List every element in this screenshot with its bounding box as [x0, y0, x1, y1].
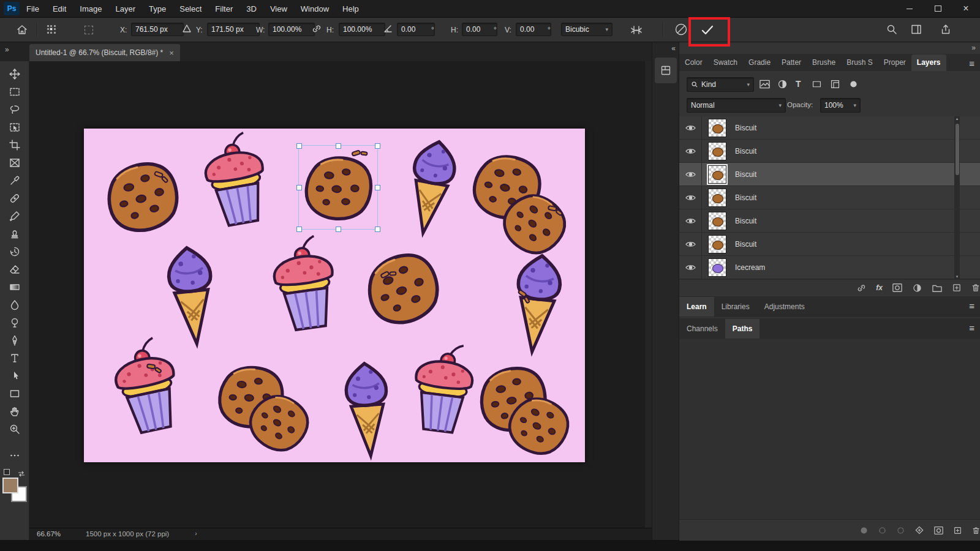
layer-name[interactable]: Biscuit — [735, 124, 756, 132]
tab-paths[interactable]: Paths — [725, 319, 760, 339]
layer-name[interactable]: Biscuit — [735, 170, 756, 179]
rectangle-tool[interactable] — [4, 384, 25, 402]
clone-stamp-tool[interactable] — [4, 225, 25, 242]
layer-thumbnail[interactable] — [708, 258, 726, 277]
cancel-transform-icon[interactable] — [674, 22, 688, 39]
eyedropper-tool[interactable] — [4, 171, 25, 189]
visibility-toggle[interactable] — [679, 163, 702, 186]
layer-thumbnail[interactable] — [708, 142, 726, 160]
layer-name[interactable]: Biscuit — [735, 217, 756, 225]
layer-name[interactable]: Biscuit — [735, 240, 756, 249]
edit-toolbar-icon[interactable] — [4, 446, 25, 464]
status-chevron-icon[interactable]: › — [195, 530, 197, 537]
transform-handle[interactable] — [375, 143, 380, 149]
horizontal-type-tool[interactable] — [4, 349, 25, 367]
x-input[interactable]: 761.50 px — [131, 23, 184, 36]
history-brush-tool[interactable] — [4, 242, 25, 260]
stroke-path-icon[interactable] — [878, 526, 887, 535]
layer-thumbnail[interactable] — [708, 235, 726, 253]
restore-button[interactable] — [924, 0, 952, 17]
layer-thumbnail[interactable] — [708, 212, 726, 230]
share-icon[interactable] — [940, 23, 952, 38]
tab-brushes[interactable]: Brushe — [807, 54, 841, 71]
tab-swatches[interactable]: Swatch — [708, 54, 743, 71]
warp-mode-icon[interactable] — [630, 23, 643, 39]
tab-color[interactable]: Color — [679, 54, 708, 71]
crop-tool[interactable] — [4, 136, 25, 154]
transform-handle[interactable] — [375, 185, 380, 190]
layer-name[interactable]: Biscuit — [735, 147, 756, 156]
panel-collapse-icon[interactable]: « — [671, 44, 676, 53]
h-input[interactable]: 100.00% — [339, 23, 385, 36]
transform-handle[interactable] — [296, 227, 302, 232]
tab-libraries[interactable]: Libraries — [714, 297, 757, 317]
commit-transform-icon[interactable] — [699, 22, 715, 40]
lasso-tool[interactable] — [4, 100, 25, 118]
layer-row[interactable]: Biscuit — [679, 209, 980, 233]
layer-name[interactable]: Biscuit — [735, 193, 756, 202]
panel-menu-icon[interactable]: ≡ — [969, 301, 974, 313]
menu-edit[interactable]: Edit — [46, 0, 73, 17]
toggle-reference-icon[interactable] — [85, 26, 93, 34]
filter-pixel-layers-icon[interactable] — [759, 79, 771, 89]
vskew-input[interactable]: 0.00 — [516, 23, 551, 36]
delete-layer-icon[interactable] — [971, 283, 980, 293]
home-icon[interactable] — [16, 23, 28, 38]
layer-effects-icon[interactable]: fx — [876, 283, 883, 292]
new-layer-icon[interactable] — [952, 283, 962, 293]
document-vertical-scrollbar[interactable] — [645, 61, 652, 528]
layer-row[interactable]: Biscuit — [679, 140, 980, 163]
pen-tool[interactable] — [4, 331, 25, 349]
layer-thumbnail[interactable] — [708, 119, 726, 137]
new-group-icon[interactable] — [932, 283, 943, 293]
layer-filter-kind-select[interactable]: Kind▾ — [687, 77, 754, 92]
tab-adjustments[interactable]: Adjustments — [757, 297, 812, 317]
layer-row[interactable]: Icecream — [679, 256, 980, 279]
y-input[interactable]: 171.50 px — [207, 23, 260, 36]
foreground-color-swatch[interactable] — [2, 478, 18, 493]
transform-handle[interactable] — [336, 143, 341, 149]
filter-adjustment-layers-icon[interactable] — [777, 79, 788, 89]
layer-row[interactable]: Biscuit — [679, 186, 980, 209]
layer-thumbnail[interactable] — [708, 189, 726, 207]
path-as-selection-icon[interactable] — [896, 526, 905, 535]
layer-name[interactable]: Icecream — [735, 263, 765, 272]
menu-filter[interactable]: Filter — [208, 0, 239, 17]
panel-menu-icon[interactable]: ≡ — [969, 58, 974, 71]
blur-tool[interactable] — [4, 296, 25, 313]
selection-to-path-icon[interactable] — [914, 525, 924, 535]
frame-tool[interactable] — [4, 154, 25, 171]
visibility-toggle[interactable] — [679, 186, 702, 209]
filter-toggle-icon[interactable] — [848, 79, 859, 89]
fill-path-icon[interactable] — [859, 526, 869, 535]
tab-gradients[interactable]: Gradie — [743, 54, 776, 71]
tab-properties[interactable]: Proper — [878, 54, 911, 71]
menu-3d[interactable]: 3D — [239, 0, 263, 17]
document-canvas-area[interactable] — [29, 61, 652, 528]
filter-shape-layers-icon[interactable] — [812, 79, 822, 89]
filter-type-layers-icon[interactable]: T — [796, 79, 801, 89]
transform-selection-box[interactable] — [298, 145, 378, 230]
transform-handle[interactable] — [296, 185, 302, 190]
opacity-input[interactable]: 100%▾ — [820, 98, 861, 113]
transform-handle[interactable] — [375, 227, 380, 232]
object-selection-tool[interactable] — [4, 118, 25, 136]
document-tab[interactable]: Untitled-1 @ 66.7% (Biscuit, RGB/8#) * × — [29, 44, 180, 61]
search-icon[interactable] — [886, 23, 898, 38]
transform-handle[interactable] — [336, 227, 341, 232]
zoom-tool[interactable] — [4, 420, 25, 438]
panel-menu-icon[interactable]: ≡ — [969, 323, 974, 335]
menu-select[interactable]: Select — [173, 0, 208, 17]
menu-layer[interactable]: Layer — [109, 0, 143, 17]
panel-expand-icon[interactable]: » — [971, 43, 976, 52]
visibility-toggle[interactable] — [679, 256, 702, 279]
workspace-icon[interactable] — [910, 23, 922, 38]
path-selection-tool[interactable] — [4, 367, 25, 384]
reference-point-grid[interactable] — [47, 24, 56, 34]
hskew-input[interactable]: 0.00 — [462, 23, 497, 36]
hand-tool[interactable] — [4, 402, 25, 420]
menu-image[interactable]: Image — [73, 0, 108, 17]
dodge-tool[interactable] — [4, 313, 25, 331]
tab-layers[interactable]: Layers — [911, 54, 946, 71]
adjustment-layer-icon[interactable] — [912, 283, 922, 293]
